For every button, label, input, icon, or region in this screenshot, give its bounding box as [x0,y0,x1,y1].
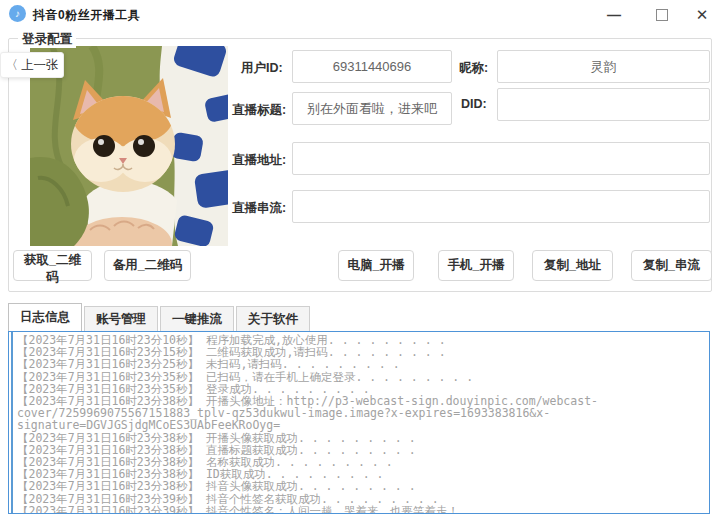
live-title-label: 直播标题: [232,102,286,119]
log-line: 【2023年7月31日16时23分39秒】 抖音个性签名：人间一趟，哭着来，也要… [17,505,705,514]
douyin-logo-icon: ♪ [9,5,26,22]
phone-start-button[interactable]: 手机_开播 [438,250,514,281]
nickname-input[interactable] [497,50,710,83]
maximize-icon [656,9,668,21]
minimize-button[interactable]: — [596,0,632,28]
tab-about-software[interactable]: 关于软件 [236,306,310,331]
live-address-input[interactable] [292,142,710,175]
tab-log-info[interactable]: 日志信息 [8,303,82,331]
user-id-label: 用户ID: [241,60,283,77]
log-line: 【2023年7月31日16时23分25秒】 未扫码,请扫码. . . . . .… [17,358,705,370]
user-id-input[interactable] [292,50,452,83]
login-group-label: 登录配置 [18,31,76,48]
live-address-label: 直播地址: [232,152,286,169]
did-input[interactable] [497,88,710,121]
did-label: DID: [461,97,487,111]
tab-account-management[interactable]: 账号管理 [84,306,158,331]
backup-qrcode-button[interactable]: 备用_二维码 [104,250,191,281]
log-line: 【2023年7月31日16时23分38秒】 开播头像地址：http://p3-w… [17,395,705,432]
copy-address-button[interactable]: 复制_地址 [532,250,613,281]
chevron-left-icon: 〈 [6,58,19,72]
log-line: 【2023年7月31日16时23分38秒】 开播头像获取成功. . . . . … [17,432,705,444]
tab-one-key-stream[interactable]: 一键推流 [160,306,234,331]
log-line: 【2023年7月31日16时23分35秒】 已扫码，请在手机上确定登录. . .… [17,371,705,383]
nickname-label: 昵称: [459,60,488,77]
log-output[interactable]: 【2023年7月31日16时23分10秒】 程序加载完成,放心使用. . . .… [8,331,710,514]
tab-bar: 日志信息 账号管理 一键推流 关于软件 [8,304,312,331]
close-button[interactable]: ✕ [684,0,720,28]
title-bar: ♪ 抖音0粉丝开播工具 — ✕ [0,0,720,28]
window-title: 抖音0粉丝开播工具 [33,7,140,24]
copy-stream-button[interactable]: 复制_串流 [631,250,712,281]
log-line: 【2023年7月31日16时23分38秒】 抖音头像获取成功. . . . . … [17,480,705,492]
log-content: 【2023年7月31日16时23分10秒】 程序加载完成,放心使用. . . .… [11,332,709,514]
live-title-input[interactable] [292,92,452,125]
live-stream-label: 直播串流: [232,200,286,217]
previous-image-label: 上一张 [21,58,59,72]
log-line: 【2023年7月31日16时23分39秒】 抖音个性签名获取成功. . . . … [17,493,705,505]
pc-start-button[interactable]: 电脑_开播 [338,250,414,281]
maximize-button[interactable] [644,0,680,28]
live-stream-input[interactable] [292,190,710,223]
get-qrcode-button[interactable]: 获取_二维码 [13,250,92,281]
previous-image-button[interactable]: 〈上一张 [0,52,64,78]
